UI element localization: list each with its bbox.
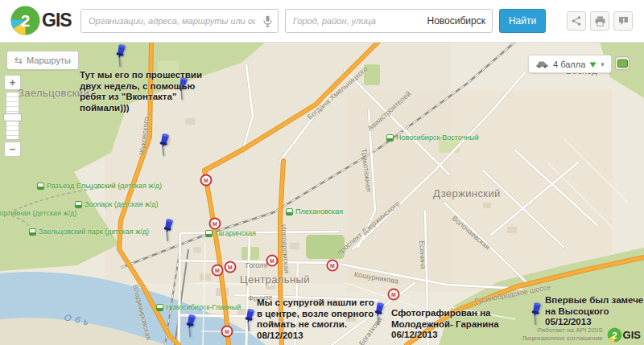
2gis-logo-text: GIS [42,10,72,31]
street-label: Волочаевская [451,214,492,251]
metro-station-icon[interactable]: М [388,289,400,301]
zoom-out-button[interactable]: − [4,142,21,157]
train-station-label: Гагаринская [205,229,256,237]
header: 2 GIS Новосибирск Найти [0,0,644,43]
train-station-label: Плехановская [286,207,343,216]
map-annotation: Впервые был замеченна Высоцкого05/12/201… [545,295,644,328]
zoom-in-button[interactable]: + [4,75,21,90]
train-station-label: Зоопарк (детская ж/д) [75,200,159,208]
chevron-down-icon: ▾ [601,60,605,68]
street-label: Трикотажная [360,148,373,192]
car-icon [535,57,549,72]
svg-text:2: 2 [21,11,31,30]
zoom-slider-track[interactable] [6,92,19,140]
map-annotation-line: поймали))) [80,103,202,114]
map-annotation-line: 06/12/2013 [391,330,499,341]
street-label: Гоголя [246,261,267,269]
metro-station-icon[interactable]: М [200,175,213,187]
map-annotation-line: ребят из "Вконтакта" [80,92,202,103]
map-pin[interactable] [180,314,201,338]
map-annotation-line: Впервые был замечен [545,295,644,306]
panorama-button[interactable] [615,56,630,70]
metro-station-icon[interactable]: М [212,265,224,277]
map-annotation-line: двух недель, с помощью [80,81,202,92]
map-annotation-line: поймать не смогли. [257,319,374,331]
district-label: Центральный [240,273,310,285]
street-label: Жуковского [138,117,151,156]
routes-icon: ⇆ [14,55,23,65]
traffic-trend-icon [589,57,597,72]
street-label: Владимировская [131,284,153,341]
map-canvas[interactable]: ЗаельцовскийДзержинскийЦентральныйВосход… [0,42,644,345]
map-annotation-line: Мы с супругой нашли его [257,298,374,309]
2gis-small-circle: 2 [607,327,622,343]
district-label: Заельцовский [18,87,89,99]
city-search-box: Новосибирск [285,9,493,33]
train-station-icon [286,208,293,216]
street-label: проспект Дзержинского [336,199,402,257]
feedback-button[interactable] [613,11,633,31]
map-annotation-line: 08/12/2013 [257,331,374,342]
license-link[interactable]: Лицензионное соглашение [522,335,602,343]
train-station-icon [29,228,36,236]
current-city-label[interactable]: Новосибирск [427,15,485,27]
2gis-small-text: GIS [623,329,641,341]
train-station-icon [75,201,82,208]
metro-station-icon[interactable]: М [221,326,233,338]
print-button[interactable] [590,11,609,31]
panorama-icon [617,60,628,68]
metro-station-icon[interactable]: М [327,260,339,272]
2gis-logo-circle: 2 [10,6,40,35]
street-label: Ипподромская [279,224,291,274]
2gis-logo[interactable]: 2 GIS [10,6,72,35]
svg-text:2: 2 [612,330,617,339]
map-pin[interactable] [526,302,547,326]
2gis-app: 2 GIS Новосибирск Найти [0,0,644,345]
street-label: Есенина [418,240,427,269]
metro-station-icon[interactable]: М [209,218,221,230]
header-actions [567,11,633,31]
map-pin[interactable] [154,133,175,157]
map-annotation-line: Тут мы его по прошествии [80,70,202,81]
map-annotation-line: в центре, возле оперного [257,309,374,320]
zoom-slider-handle[interactable] [3,113,22,121]
zoom-control: + − [4,75,21,157]
map-pin[interactable] [110,43,131,68]
map-label-layer: ЗаельцовскийДзержинскийЦентральныйВосход… [0,42,644,345]
routes-button[interactable]: ⇆ Маршруты [6,51,79,70]
map-annotation: Мы с супругой нашли егов центре, возле о… [257,298,374,341]
map-pin[interactable] [158,218,179,242]
metro-station-icon[interactable]: М [225,261,237,273]
2gis-logo-small[interactable]: 2 GIS [607,327,641,343]
microphone-icon[interactable] [263,15,272,31]
train-station-label: Разъезд Ельцовский (детская ж/д) [37,182,162,190]
traffic-score-label: 4 балла [553,60,585,69]
train-station-icon [386,134,394,142]
map-annotation-line: на Высоцкого [545,306,644,318]
map-attribution: Работает на API 2GIS Лицензионное соглаш… [522,327,641,343]
routes-button-label: Маршруты [27,55,71,65]
map-annotation: Сфотографирован наМолодежной- Гаранина06… [391,308,499,341]
train-station-label: Новосибирск-Восточный [386,133,479,142]
search-input[interactable] [80,9,279,33]
train-station-label: Заельцовский парк (детская ж/д) [29,228,149,236]
district-label: Дзержинский [433,187,501,199]
train-station-icon [37,183,44,190]
api-attribution-link[interactable]: Работает на API 2GIS [538,327,603,335]
find-button[interactable]: Найти [499,9,546,33]
river-label: Обь [64,312,93,327]
map-annotation: Тут мы его по прошествиидвух недель, с п… [80,70,202,113]
share-button[interactable] [567,11,586,31]
street-label: Авиастроителей [366,89,413,132]
map-annotation-line: Сфотографирован на [391,308,499,319]
train-station-icon [156,304,163,311]
traffic-control[interactable]: 4 балла ▾ [528,55,612,73]
train-station-label: Новосибирск-Главный [156,303,241,311]
train-station-icon [205,230,213,237]
street-label: Богдана Хмельницкого [306,64,369,121]
street-label: Кошурникова [353,270,398,285]
map-annotation-line: Молодежной- Гаранина [391,319,499,331]
search-box [80,9,279,33]
train-station-label: Спортивная (детская ж/д) [0,209,76,217]
metro-station-icon[interactable]: М [266,255,279,267]
